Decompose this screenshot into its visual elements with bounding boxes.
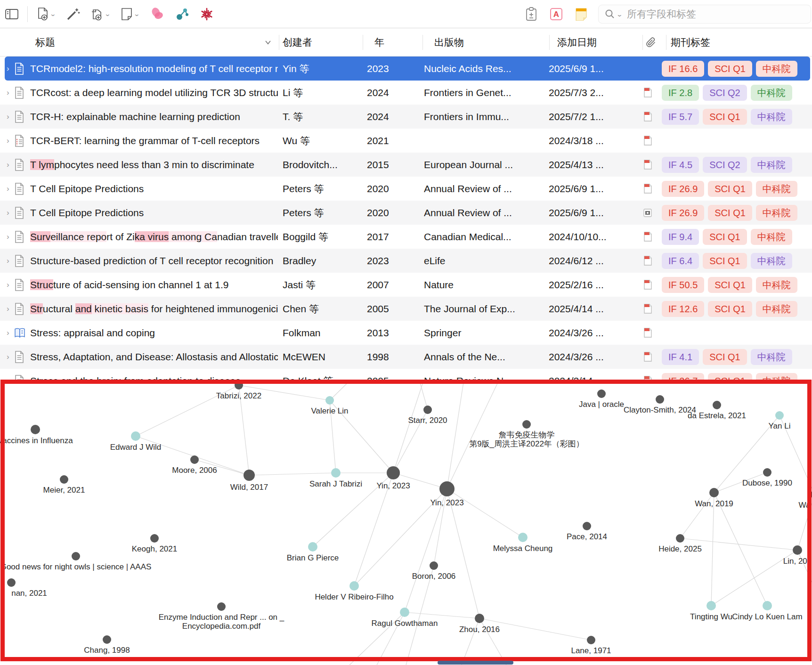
- table-row[interactable]: ›T Cell Epitope PredictionsPeters 等2020A…: [0, 177, 812, 201]
- expand-chevron-icon[interactable]: ›: [0, 280, 14, 290]
- graph-node[interactable]: [217, 602, 226, 611]
- graph-node[interactable]: [72, 552, 80, 560]
- graph-node-label: Sarah J Tabrizi: [309, 479, 362, 488]
- graph-node[interactable]: [235, 381, 243, 389]
- expand-chevron-icon[interactable]: ›: [0, 160, 14, 170]
- graph-node[interactable]: [775, 411, 784, 420]
- expand-chevron-icon[interactable]: ›: [0, 184, 14, 194]
- graph-node[interactable]: [522, 420, 531, 429]
- date-added-cell: 2025/6/9 1...: [549, 207, 633, 219]
- journal-tag-badge: IF 5.7: [662, 109, 699, 125]
- new-item-button[interactable]: ⌄: [32, 4, 61, 24]
- expand-chevron-icon[interactable]: ›: [0, 208, 14, 218]
- graph-node-label: da Estrela, 2021: [688, 411, 746, 420]
- table-row[interactable]: ›Stress, Adaptation, and Disease: Allost…: [0, 345, 812, 369]
- graph-node[interactable]: [713, 401, 721, 409]
- table-row[interactable]: ›Structural and kinetic basis for height…: [0, 297, 812, 321]
- expand-chevron-icon[interactable]: ›: [0, 232, 14, 242]
- graph-node[interactable]: [244, 470, 255, 481]
- column-header-creator[interactable]: 创建者: [283, 28, 312, 57]
- expand-chevron-icon[interactable]: ›: [0, 64, 14, 73]
- table-row[interactable]: ›T Cell Epitope PredictionsPeters 等2020A…: [0, 201, 812, 225]
- column-divider[interactable]: [549, 35, 550, 50]
- table-row[interactable]: ›TCRcost: a deep learning model utilizin…: [0, 81, 812, 105]
- sort-chevron-icon[interactable]: [264, 28, 272, 57]
- expand-chevron-icon[interactable]: ›: [0, 112, 14, 122]
- graph-node[interactable]: [60, 475, 68, 484]
- expand-chevron-icon[interactable]: ›: [0, 352, 14, 362]
- column-header-publication[interactable]: 出版物: [434, 28, 464, 57]
- article-item-icon: [14, 111, 30, 123]
- column-divider[interactable]: [363, 35, 363, 50]
- title-cell: Stress: appraisal and coping: [30, 327, 278, 339]
- graph-node[interactable]: [793, 545, 802, 555]
- graph-node[interactable]: [400, 608, 409, 617]
- add-by-identifier-button[interactable]: [61, 4, 85, 24]
- attachment-cell: [633, 209, 662, 217]
- graph-node[interactable]: [31, 425, 40, 434]
- graph-node[interactable]: [325, 396, 334, 405]
- translate-plugin-button[interactable]: A: [544, 4, 568, 24]
- horizontal-scrollbar-thumb[interactable]: [438, 661, 513, 665]
- petals-plugin-button[interactable]: [145, 4, 170, 24]
- graph-plugin-button[interactable]: [170, 4, 195, 24]
- table-row[interactable]: ›Stress: appraisal and copingFolkman2013…: [0, 321, 812, 345]
- graph-node[interactable]: [430, 561, 438, 570]
- expand-chevron-icon[interactable]: ›: [0, 88, 14, 97]
- column-header-date-added[interactable]: 添加日期: [557, 28, 597, 57]
- graph-edge: [405, 612, 479, 618]
- column-header-title[interactable]: 标题: [35, 28, 55, 57]
- table-row[interactable]: ›Surveillance report of Zika virus among…: [0, 225, 812, 249]
- graph-node[interactable]: [587, 636, 595, 644]
- graph-node[interactable]: [131, 431, 140, 441]
- citation-graph-panel[interactable]: Tabrizi, 2022Valerie LinStarr, 2020Java …: [0, 380, 812, 665]
- graph-node[interactable]: [706, 601, 716, 610]
- collapse-sidebar-button[interactable]: [0, 4, 24, 24]
- graph-node[interactable]: [103, 635, 111, 644]
- expand-chevron-icon[interactable]: ›: [0, 328, 14, 338]
- openai-plugin-button[interactable]: [195, 4, 219, 24]
- table-row[interactable]: ›Structure of acid-sensing ion channel 1…: [0, 273, 812, 297]
- column-divider[interactable]: [279, 35, 279, 50]
- graph-node[interactable]: [387, 466, 400, 479]
- table-row[interactable]: ›T lymphocytes need less than 3 min to d…: [0, 153, 812, 177]
- graph-node[interactable]: [763, 601, 772, 610]
- graph-node[interactable]: [7, 578, 16, 587]
- expand-chevron-icon[interactable]: ›: [0, 304, 14, 314]
- title-text: nadian travellers: [217, 231, 278, 242]
- table-row[interactable]: ›TCRmodel2: high-resolution modeling of …: [0, 57, 812, 81]
- new-note-button[interactable]: ⌄: [115, 4, 145, 24]
- graph-node[interactable]: [676, 534, 684, 543]
- graph-node[interactable]: [656, 395, 664, 404]
- column-header-year[interactable]: 年: [374, 28, 384, 57]
- graph-node[interactable]: [763, 468, 771, 477]
- table-row[interactable]: ›TCR-H: explainable machine learning pre…: [0, 105, 812, 129]
- column-divider[interactable]: [422, 35, 423, 50]
- import-clipboard-button[interactable]: [520, 4, 543, 24]
- graph-node[interactable]: [597, 389, 606, 398]
- column-header-attachment[interactable]: [645, 28, 657, 57]
- graph-node[interactable]: [709, 488, 719, 497]
- expand-chevron-icon[interactable]: ›: [0, 136, 14, 146]
- graph-node[interactable]: [423, 405, 432, 414]
- creator-cell: Folkman: [278, 327, 367, 339]
- graph-node[interactable]: [475, 614, 484, 623]
- table-row[interactable]: ›TCR-BERT: learning the grammar of T-cel…: [0, 129, 812, 153]
- graph-node[interactable]: [439, 481, 455, 496]
- graph-node[interactable]: [518, 533, 528, 542]
- graph-node[interactable]: [331, 468, 341, 478]
- graph-node[interactable]: [583, 522, 591, 530]
- expand-chevron-icon[interactable]: ›: [0, 256, 14, 266]
- graph-node[interactable]: [150, 534, 159, 543]
- sticky-note-button[interactable]: [570, 4, 593, 24]
- column-header-journal-tags[interactable]: 期刊标签: [671, 28, 710, 57]
- graph-node[interactable]: [349, 581, 359, 591]
- graph-node[interactable]: [190, 455, 199, 464]
- title-cell: Structure of acid-sensing ion channel 1 …: [30, 279, 278, 291]
- graph-node[interactable]: [308, 542, 317, 551]
- column-divider[interactable]: [666, 35, 666, 50]
- new-attachment-button[interactable]: ⌄: [85, 4, 115, 24]
- search-input[interactable]: [626, 8, 805, 20]
- column-divider[interactable]: [642, 35, 643, 50]
- table-row[interactable]: ›Structure-based prediction of T cell re…: [0, 249, 812, 273]
